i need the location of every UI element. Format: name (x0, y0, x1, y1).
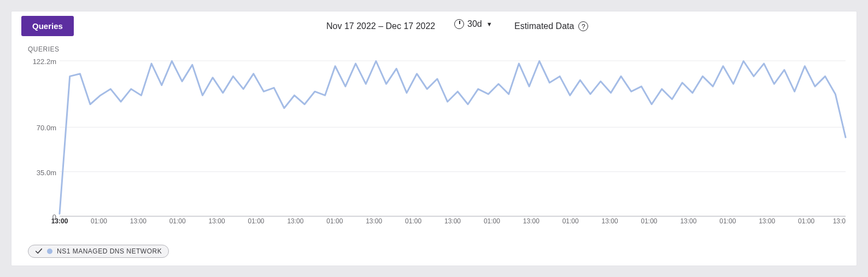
x-tick: 13:00 (209, 217, 225, 225)
y-tick: 35.0m (24, 168, 56, 176)
x-tick: 13:00 (130, 217, 146, 225)
y-axis-title: QUERIES (28, 45, 60, 53)
x-tick: 13:00 (523, 217, 539, 225)
x-tick: 01:00 (798, 217, 814, 225)
x-tick: 01:00 (641, 217, 657, 225)
x-tick: 01:00 (719, 217, 736, 225)
help-icon[interactable]: ? (578, 21, 588, 31)
chart-plot (60, 61, 846, 216)
period-value: 30d (467, 19, 482, 29)
series-name: NS1 MANAGED DNS NETWORK (57, 247, 162, 255)
x-tick: 13:00 (287, 217, 303, 225)
chart-card: Queries Nov 17 2022 – Dec 17 2022 30d ▼ … (11, 11, 857, 266)
chart-header: Queries Nov 17 2022 – Dec 17 2022 30d ▼ … (11, 16, 857, 41)
tab-queries[interactable]: Queries (21, 16, 74, 36)
x-tick: 13:00 (602, 217, 618, 225)
x-tick: 13:00 (680, 217, 696, 225)
chevron-down-icon: ▼ (486, 21, 492, 27)
y-tick: 70.0m (24, 124, 56, 132)
chart-svg (60, 61, 846, 216)
x-tick: 13:00 (366, 217, 382, 225)
x-tick: 01:00 (405, 217, 421, 225)
x-tick: 13:0 (833, 217, 846, 225)
series-line (60, 61, 846, 214)
legend-chip[interactable]: NS1 MANAGED DNS NETWORK (28, 245, 169, 258)
check-icon (35, 247, 43, 255)
x-tick: 01:00 (169, 217, 186, 225)
x-tick: 01:00 (562, 217, 579, 225)
x-tick: 01:00 (326, 217, 343, 225)
estimated-text: Estimated Data (514, 21, 574, 31)
x-axis: 13:0001:0013:0001:0013:0001:0013:0001:00… (60, 217, 846, 227)
x-tick: 01:00 (91, 217, 107, 225)
x-tick: 13:00 (444, 217, 461, 225)
x-tick: 01:00 (248, 217, 264, 225)
period-selector[interactable]: 30d ▼ (454, 19, 492, 29)
x-tick: 13:00 (759, 217, 775, 225)
date-range-label: Nov 17 2022 – Dec 17 2022 (326, 21, 435, 31)
estimated-data-label: Estimated Data ? (514, 21, 588, 31)
y-tick: 122.2m (24, 57, 56, 66)
series-swatch (47, 249, 52, 254)
x-tick: 01:00 (484, 217, 500, 225)
clock-icon (454, 19, 464, 29)
y-tick: 0 (24, 213, 56, 221)
